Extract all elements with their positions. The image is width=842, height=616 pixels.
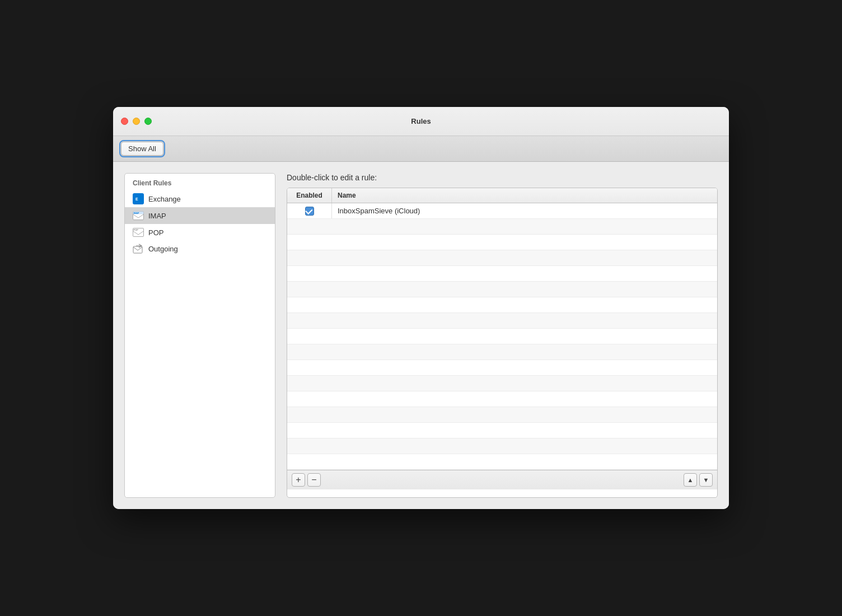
sidebar-item-outgoing-label: Outgoing <box>148 245 178 253</box>
titlebar: Rules <box>113 107 729 136</box>
traffic-lights <box>121 118 152 125</box>
sidebar: Client Rules E Exchange <box>124 173 275 498</box>
move-down-button[interactable]: ▼ <box>699 473 713 487</box>
table-row[interactable]: InboxSpamSieve (iCloud) <box>287 203 717 219</box>
enabled-cell <box>287 203 332 218</box>
sidebar-item-imap[interactable]: IMAP IMAP <box>125 207 275 224</box>
col-header-enabled: Enabled <box>287 188 332 203</box>
sidebar-item-pop[interactable]: POP POP <box>125 224 275 241</box>
empty-row <box>287 407 717 423</box>
remove-rule-button[interactable]: − <box>307 473 321 487</box>
move-up-button[interactable]: ▲ <box>684 473 697 487</box>
sidebar-item-exchange[interactable]: E Exchange <box>125 190 275 207</box>
exchange-icon: E <box>133 193 144 204</box>
empty-row <box>287 391 717 407</box>
empty-row <box>287 438 717 454</box>
toolbar: Show All <box>113 136 729 162</box>
empty-row <box>287 360 717 376</box>
svg-rect-7 <box>133 246 142 253</box>
table-bottom-toolbar: + − ▲ ▼ <box>287 470 717 489</box>
rules-table: Enabled Name InboxSpamSieve (iCloud) <box>287 188 718 498</box>
add-rule-button[interactable]: + <box>292 473 305 487</box>
main-window: Rules Show All Client Rules E Exchange <box>113 107 729 509</box>
sidebar-header: Client Rules <box>125 174 275 190</box>
empty-row <box>287 266 717 282</box>
empty-row <box>287 313 717 329</box>
svg-text:IMAP: IMAP <box>134 212 139 214</box>
empty-row <box>287 376 717 391</box>
empty-row <box>287 344 717 360</box>
pop-icon: POP <box>133 227 144 238</box>
empty-row <box>287 297 717 313</box>
rule-name: InboxSpamSieve (iCloud) <box>332 204 717 217</box>
empty-row <box>287 235 717 250</box>
empty-row <box>287 329 717 344</box>
imap-icon: IMAP <box>133 210 144 221</box>
window-title: Rules <box>411 117 431 125</box>
outgoing-icon <box>133 244 144 254</box>
table-header: Enabled Name <box>287 188 717 203</box>
empty-row <box>287 423 717 438</box>
minimize-button[interactable] <box>133 118 140 125</box>
show-all-button[interactable]: Show All <box>121 142 163 156</box>
content-area: Client Rules E Exchange <box>113 162 729 509</box>
empty-row <box>287 250 717 266</box>
sidebar-item-outgoing[interactable]: Outgoing <box>125 241 275 256</box>
maximize-button[interactable] <box>144 118 152 125</box>
empty-row <box>287 282 717 297</box>
svg-text:POP: POP <box>134 228 139 231</box>
empty-row <box>287 219 717 235</box>
col-header-name: Name <box>332 188 717 203</box>
empty-row <box>287 454 717 470</box>
instruction-text: Double-click to edit a rule: <box>287 173 718 182</box>
svg-text:E: E <box>135 197 138 201</box>
enabled-checkbox[interactable] <box>305 207 314 216</box>
sidebar-item-imap-label: IMAP <box>148 212 166 220</box>
main-panel: Double-click to edit a rule: Enabled Nam… <box>287 173 718 498</box>
sidebar-item-pop-label: POP <box>148 228 163 237</box>
sidebar-item-exchange-label: Exchange <box>148 195 181 203</box>
close-button[interactable] <box>121 118 128 125</box>
rules-rows: InboxSpamSieve (iCloud) <box>287 203 717 470</box>
